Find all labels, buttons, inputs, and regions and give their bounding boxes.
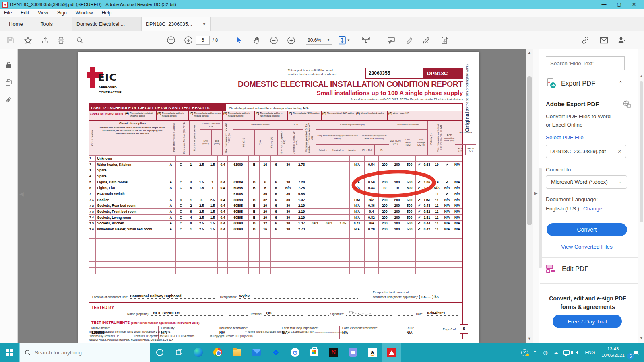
print-icon[interactable] [55, 35, 66, 46]
hand-tool-icon[interactable] [251, 35, 262, 46]
task-view-icon[interactable] [169, 343, 189, 362]
dropbox-icon[interactable]: ❖ [266, 343, 285, 362]
maximize-button[interactable]: ▢ [617, 2, 621, 7]
share-icon[interactable] [39, 35, 51, 46]
comment-icon[interactable] [386, 35, 397, 46]
tab-document-2[interactable]: DPN18C_2306035... ✕ [141, 17, 211, 31]
amazon-icon[interactable]: a [363, 343, 382, 362]
mail-icon[interactable] [247, 343, 266, 362]
select-pdf-file-link[interactable]: Select PDF File [546, 134, 584, 140]
page-thumbnails-icon[interactable] [4, 78, 13, 87]
microsoft-store-icon[interactable] [305, 343, 324, 362]
tab-close-icon[interactable]: ✕ [202, 22, 206, 27]
cell: 60898 [228, 197, 249, 203]
scrolling-mode-icon[interactable] [360, 35, 372, 46]
acrobat-taskbar-icon[interactable] [382, 343, 401, 362]
attachment-icon[interactable] [4, 96, 13, 105]
save-icon[interactable] [5, 35, 16, 46]
zoom-in-icon[interactable] [285, 35, 297, 46]
zoom-level-select[interactable]: 80.6%▼ [306, 36, 332, 45]
previous-page-icon[interactable] [165, 35, 177, 46]
footer-line1: This report is based on the model forms … [89, 330, 170, 333]
google-icon[interactable]: G [285, 343, 305, 362]
cell: 1.51 [423, 215, 431, 220]
cell: 0.82 [365, 215, 379, 220]
taskbar-clock[interactable]: 13:4310/05/2021 [598, 346, 628, 358]
cell: N/A [452, 203, 462, 209]
tab-tools[interactable]: Tools [32, 17, 62, 31]
location-value: Communal Hallway Cupboard [128, 294, 184, 299]
free-trial-button[interactable]: Free 7-Day Trial [553, 315, 622, 328]
cell: N/A [442, 197, 452, 203]
discord-icon[interactable] [343, 343, 363, 362]
menu-view[interactable]: View [38, 10, 48, 16]
edge-icon[interactable] [189, 343, 208, 362]
stamp-tool-icon[interactable] [439, 35, 450, 46]
language-indicator[interactable]: ENG [582, 343, 598, 362]
panel-scrollbar[interactable]: ▲ ▼ [638, 49, 644, 343]
panel-scroll-down-icon[interactable]: ▼ [638, 335, 644, 341]
change-language-link[interactable]: Change [583, 206, 602, 212]
panel-inner-scrollbar[interactable] [539, 168, 542, 268]
export-collapse-chevron-icon[interactable]: ⌃ [619, 80, 623, 86]
onedrive-cloud-icon[interactable]: ☁ [551, 343, 561, 362]
cell [365, 244, 379, 250]
file-explorer-icon[interactable] [227, 343, 247, 362]
next-page-icon[interactable] [183, 35, 194, 46]
selected-file-chip[interactable]: DPN18C_23...9859].pdf ✕ [546, 145, 626, 158]
cell [176, 156, 186, 161]
cell [322, 250, 336, 256]
export-pdf-section[interactable]: A Export PDF [546, 78, 630, 88]
wiring-codes-label: CODES for Type of wiring [89, 111, 124, 120]
fit-page-icon[interactable] [336, 35, 348, 46]
link-icon[interactable] [580, 35, 591, 46]
email-icon[interactable] [598, 35, 609, 46]
remove-file-icon[interactable]: ✕ [617, 148, 622, 154]
menu-sign[interactable]: Sign [57, 10, 67, 16]
document-scrollbar[interactable]: ▲ ▼ [526, 49, 533, 343]
menu-edit[interactable]: Edit [21, 10, 29, 16]
network-icon[interactable] [561, 343, 572, 362]
taskbar-search[interactable] [19, 343, 150, 362]
menu-file[interactable]: File [4, 10, 12, 16]
lock-icon[interactable] [4, 60, 13, 69]
show-hidden-icons[interactable]: ⌃ [530, 343, 540, 362]
page-number-input[interactable]: 6 [196, 36, 210, 45]
marquee-zoom-icon[interactable] [74, 35, 85, 46]
format-select[interactable]: Microsoft Word (*.docx) ⌄ [546, 175, 627, 189]
convert-button[interactable]: Convert [547, 223, 627, 236]
panel-scrollbar-thumb[interactable] [640, 81, 643, 222]
ring-tray-icon[interactable]: ◎ [540, 343, 551, 362]
previous-page-float-icon[interactable]: ◀ [19, 191, 24, 197]
panel-scroll-up-icon[interactable]: ▲ [638, 73, 644, 79]
menu-window[interactable]: Window [76, 10, 93, 16]
help-tray-icon[interactable]: ? [519, 343, 530, 362]
tab-document-1[interactable]: Domestic Electrical ... [72, 17, 141, 31]
sign-icon[interactable] [421, 35, 432, 46]
share-person-icon[interactable] [616, 35, 627, 46]
action-center-icon[interactable]: 5 [628, 343, 644, 362]
taskbar-search-input[interactable] [35, 350, 139, 356]
close-button[interactable]: ✕ [632, 2, 636, 7]
view-converted-files-link[interactable]: View Converted Files [533, 244, 640, 250]
edit-pdf-section[interactable]: Edit PDF [546, 264, 588, 274]
highlight-icon[interactable] [404, 35, 415, 46]
tab-home[interactable]: Home [0, 17, 32, 31]
scroll-up-icon[interactable]: ▲ [526, 50, 533, 56]
tools-search-input[interactable] [546, 56, 625, 70]
scrollbar-thumb[interactable] [527, 76, 532, 225]
scroll-down-icon[interactable]: ▼ [526, 336, 533, 342]
netflix-icon[interactable]: N [324, 343, 343, 362]
cortana-icon[interactable] [150, 343, 169, 362]
chrome-icon[interactable] [208, 343, 227, 362]
minimize-button[interactable]: — [602, 2, 607, 7]
select-tool-icon[interactable] [233, 35, 245, 46]
menu-help[interactable]: Help [102, 10, 112, 16]
cell: 0.63 [322, 221, 336, 226]
volume-icon[interactable] [572, 343, 582, 362]
fit-page-caret-icon[interactable]: ▼ [347, 39, 350, 42]
zoom-out-icon[interactable] [268, 35, 279, 46]
star-icon[interactable] [22, 35, 33, 46]
start-button[interactable] [0, 343, 19, 362]
panel-collapse-icon[interactable]: ▶ [534, 191, 537, 196]
